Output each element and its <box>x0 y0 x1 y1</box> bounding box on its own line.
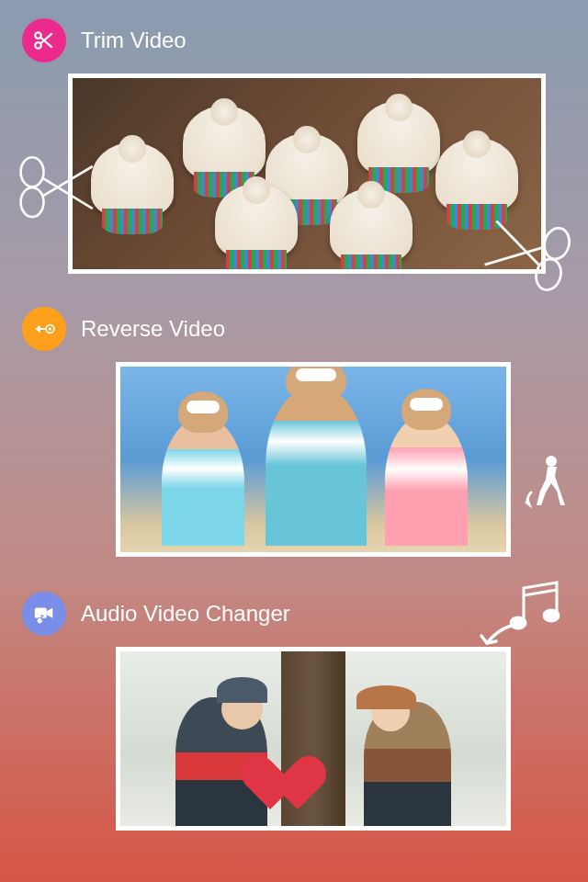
svg-point-7 <box>49 327 51 330</box>
walk-reverse-icon <box>524 454 575 514</box>
svg-point-3 <box>21 187 44 217</box>
scissors-icon <box>22 18 66 62</box>
audio-video-changer-section[interactable]: Audio Video Changer <box>0 581 588 831</box>
trim-video-title: Trim Video <box>81 28 187 53</box>
reverse-video-thumbnail[interactable] <box>116 362 511 557</box>
scissors-decoration-right-icon <box>471 204 581 303</box>
reverse-video-title: Reverse Video <box>81 316 225 342</box>
trim-video-section[interactable]: Trim Video <box>0 7 588 274</box>
svg-point-8 <box>546 456 557 467</box>
arrow-curve-icon <box>476 619 529 660</box>
svg-point-2 <box>21 157 44 187</box>
trim-video-thumbnail[interactable] <box>68 74 546 274</box>
reverse-video-header: Reverse Video <box>22 296 566 362</box>
trim-video-header: Trim Video <box>22 7 566 74</box>
svg-point-12 <box>544 610 559 621</box>
svg-rect-9 <box>35 608 47 618</box>
audio-video-changer-thumbnail[interactable] <box>116 647 511 831</box>
svg-point-1 <box>35 42 41 48</box>
scissors-decoration-left-icon <box>15 152 102 225</box>
svg-point-0 <box>35 32 41 39</box>
audio-video-changer-thumb-wrap <box>22 647 566 831</box>
video-audio-icon <box>22 592 66 636</box>
trim-video-thumb-wrap <box>22 74 566 274</box>
reverse-video-section[interactable]: Reverse Video <box>0 296 588 557</box>
reverse-icon <box>22 307 66 351</box>
audio-video-changer-title: Audio Video Changer <box>81 601 290 627</box>
svg-point-4 <box>541 225 572 262</box>
reverse-video-thumb-wrap <box>22 362 566 557</box>
